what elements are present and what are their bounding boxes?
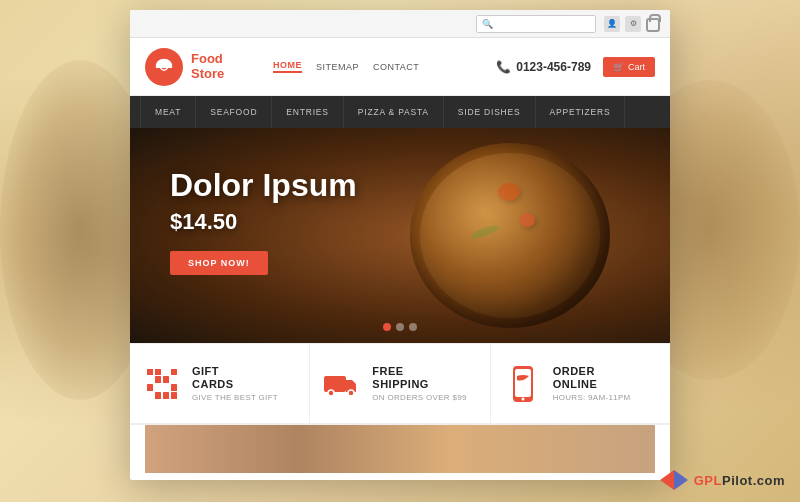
svg-rect-0 — [156, 66, 173, 68]
cat-side-dishes[interactable]: SIDE DISHES — [444, 96, 536, 128]
feature-order-text: ORDERONLINE HOURS: 9AM-11PM — [553, 365, 631, 402]
qr-cell — [147, 376, 153, 382]
hero-content: Dolor Ipsum $14.50 SHOP NOW! — [170, 168, 357, 275]
svg-rect-5 — [515, 369, 531, 397]
qr-cell — [155, 376, 161, 382]
qr-cell — [147, 369, 153, 375]
feature-gift-cards-text: GIFTCARDS GIVE THE BEST GIFT — [192, 365, 278, 402]
cart-button[interactable]: 🛒 Cart — [603, 57, 655, 77]
qr-cell — [171, 376, 177, 382]
website-preview-card: 🔍 👤 ⚙ Food Store HOME SITEMAP — [130, 10, 670, 480]
logo-line2: Store — [191, 67, 224, 81]
dish-visual — [410, 143, 610, 328]
feature-gift-cards-title: GIFTCARDS — [192, 365, 278, 391]
qr-cell — [155, 369, 161, 375]
slide-dot-3[interactable] — [409, 323, 417, 331]
shop-now-button[interactable]: SHOP NOW! — [170, 251, 268, 275]
feature-order-online: ORDERONLINE HOURS: 9AM-11PM — [491, 344, 670, 423]
category-nav: MEAT SEAFOOD ENTRIES PIZZA & PASTA SIDE … — [130, 96, 670, 128]
slide-dot-2[interactable] — [396, 323, 404, 331]
qr-cell — [171, 392, 177, 398]
feature-shipping-text: FREESHIPPING ON ORDERS OVER $99 — [372, 365, 466, 402]
utility-icons: 👤 ⚙ — [604, 16, 660, 32]
bowl-icon — [153, 56, 175, 78]
settings-icon: ⚙ — [625, 16, 641, 32]
logo-area: Food Store — [145, 48, 255, 86]
cat-entries[interactable]: ENTRIES — [272, 96, 343, 128]
gift-cards-icon — [144, 366, 180, 402]
truck-svg — [324, 370, 360, 398]
bottom-image-preview — [145, 425, 655, 473]
tomato-decoration-2 — [519, 213, 535, 227]
cart-label: Cart — [628, 62, 645, 72]
logo-icon-wrap — [145, 48, 183, 86]
feature-strip: GIFTCARDS GIVE THE BEST GIFT FREESHIPPIN… — [130, 343, 670, 423]
logo-text: Food Store — [191, 52, 224, 81]
herb-decoration — [470, 223, 501, 241]
slider-dots — [383, 323, 417, 331]
feature-gift-cards: GIFTCARDS GIVE THE BEST GIFT — [130, 344, 310, 423]
svg-rect-1 — [324, 376, 346, 392]
slide-dot-1[interactable] — [383, 323, 391, 331]
qr-cell — [155, 384, 161, 390]
qr-cell — [147, 384, 153, 390]
feature-shipping-title: FREESHIPPING — [372, 365, 466, 391]
phone-number: 0123-456-789 — [516, 60, 591, 74]
hero-slider: Dolor Ipsum $14.50 SHOP NOW! — [130, 128, 670, 343]
bottom-strip — [130, 423, 670, 473]
gpl-diamond-left — [660, 470, 674, 490]
gpl-prefix: GPL — [694, 473, 722, 488]
search-icon: 🔍 — [482, 19, 493, 29]
cat-seafood[interactable]: SEAFOOD — [196, 96, 272, 128]
logo-line1: Food — [191, 52, 224, 66]
tomato-decoration-1 — [498, 183, 520, 201]
qr-icon — [147, 369, 177, 399]
cat-meat[interactable]: MEAT — [140, 96, 196, 128]
user-icon: 👤 — [604, 16, 620, 32]
site-header: Food Store HOME SITEMAP CONTACT 📞 0123-4… — [130, 38, 670, 96]
truck-icon — [324, 366, 360, 402]
svg-point-6 — [521, 397, 524, 400]
qr-cell — [163, 376, 169, 382]
phone-feature-svg — [509, 366, 537, 402]
nav-contact[interactable]: CONTACT — [373, 62, 419, 72]
header-nav: HOME SITEMAP CONTACT — [273, 60, 496, 73]
qr-cell — [163, 392, 169, 398]
qr-cell — [163, 369, 169, 375]
gpl-watermark: GPLPilot.com — [660, 470, 785, 490]
gpl-logo — [660, 470, 688, 490]
qr-cell — [155, 392, 161, 398]
utility-bar: 🔍 👤 ⚙ — [130, 10, 670, 38]
cat-pizza-pasta[interactable]: PIZZA & PASTA — [344, 96, 444, 128]
feature-order-sub: HOURS: 9AM-11PM — [553, 393, 631, 402]
qr-cell — [147, 392, 153, 398]
qr-cell — [171, 384, 177, 390]
nav-sitemap[interactable]: SITEMAP — [316, 62, 359, 72]
search-bar[interactable]: 🔍 — [476, 15, 596, 33]
svg-point-3 — [348, 390, 354, 396]
gpl-diamond-right — [674, 470, 688, 490]
header-phone: 📞 0123-456-789 — [496, 60, 591, 74]
feature-order-title: ORDERONLINE — [553, 365, 631, 391]
feature-free-shipping: FREESHIPPING ON ORDERS OVER $99 — [310, 344, 490, 423]
nav-home[interactable]: HOME — [273, 60, 302, 73]
hero-title: Dolor Ipsum — [170, 168, 357, 203]
svg-point-2 — [328, 390, 334, 396]
phone-icon: 📞 — [496, 60, 511, 74]
feature-shipping-sub: ON ORDERS OVER $99 — [372, 393, 466, 402]
feature-gift-cards-sub: GIVE THE BEST GIFT — [192, 393, 278, 402]
qr-cell — [163, 384, 169, 390]
hero-image: Dolor Ipsum $14.50 SHOP NOW! — [130, 128, 670, 343]
hero-price: $14.50 — [170, 209, 357, 235]
gpl-text: GPLPilot.com — [694, 473, 785, 488]
lock-icon — [646, 18, 660, 32]
cat-appetizers[interactable]: APPETIZERS — [536, 96, 626, 128]
phone-feature-icon — [505, 366, 541, 402]
qr-cell — [171, 369, 177, 375]
